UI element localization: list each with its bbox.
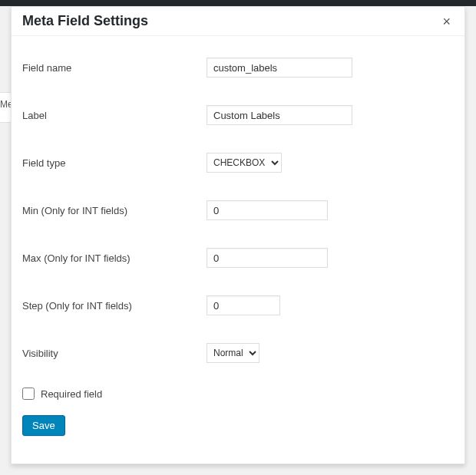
- input-label[interactable]: [207, 105, 352, 125]
- select-visibility[interactable]: Normal: [207, 343, 259, 363]
- row-max: Max (Only for INT fields): [22, 234, 454, 282]
- label-field-name: Field name: [22, 62, 207, 74]
- modal-title: Meta Field Settings: [22, 13, 148, 29]
- row-field-name: Field name: [22, 44, 454, 91]
- input-field-name[interactable]: [207, 58, 352, 78]
- save-button[interactable]: Save: [22, 415, 65, 436]
- label-step: Step (Only for INT fields): [22, 300, 207, 312]
- checkbox-required[interactable]: [22, 388, 35, 400]
- label-max: Max (Only for INT fields): [22, 252, 207, 264]
- row-step: Step (Only for INT fields): [22, 282, 454, 329]
- input-step[interactable]: [207, 295, 280, 315]
- row-required: Required field: [22, 377, 454, 415]
- modal-body: Field name Label Field type CHECKBOX Min…: [12, 36, 464, 447]
- label-field-type: Field type: [22, 157, 207, 169]
- row-label: Label: [22, 91, 454, 139]
- label-visibility: Visibility: [22, 348, 207, 359]
- meta-field-settings-modal: Meta Field Settings × Field name Label F…: [11, 6, 465, 464]
- input-max[interactable]: [207, 248, 328, 268]
- row-min: Min (Only for INT fields): [22, 186, 454, 234]
- modal-header: Meta Field Settings ×: [12, 7, 464, 36]
- background-page-stub: Me: [0, 92, 11, 123]
- label-min: Min (Only for INT fields): [22, 205, 207, 216]
- admin-top-bar: [0, 0, 476, 6]
- row-visibility: Visibility Normal: [22, 329, 454, 377]
- label-label: Label: [22, 110, 207, 121]
- select-field-type[interactable]: CHECKBOX: [207, 153, 282, 173]
- row-field-type: Field type CHECKBOX: [22, 139, 454, 186]
- label-required: Required field: [41, 388, 102, 400]
- input-min[interactable]: [207, 200, 328, 220]
- close-icon[interactable]: ×: [439, 15, 454, 28]
